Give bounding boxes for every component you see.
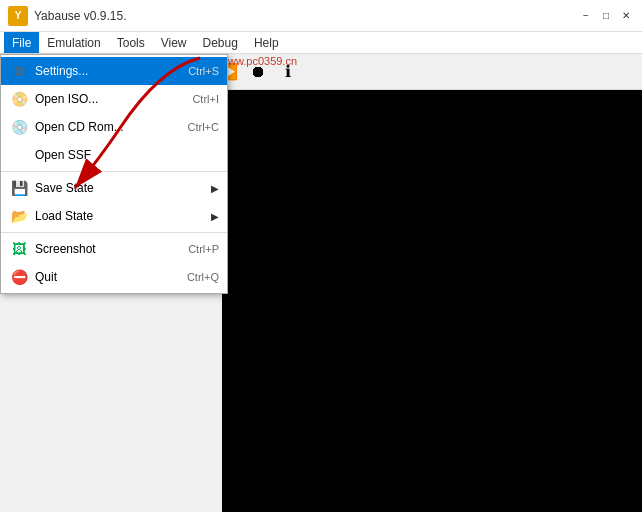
toolbar-info[interactable]: ℹ [274, 58, 302, 86]
open-cd-icon: 💿 [9, 117, 29, 137]
separator-2 [1, 232, 227, 233]
title-bar: Y Yabause v0.9.15. − □ ✕ [0, 0, 642, 32]
menu-tools[interactable]: Tools [109, 32, 153, 53]
menu-debug[interactable]: Debug [195, 32, 246, 53]
app-icon: Y [8, 6, 28, 26]
menu-item-open-cd[interactable]: 💿 Open CD Rom... Ctrl+C [1, 113, 227, 141]
screenshot-label: Screenshot [35, 242, 180, 256]
quit-icon: ⛔ [9, 267, 29, 287]
screenshot-shortcut: Ctrl+P [188, 243, 219, 255]
settings-label: Settings... [35, 64, 180, 78]
save-state-label: Save State [35, 181, 211, 195]
menu-item-load-state[interactable]: 📂 Load State ▶ [1, 202, 227, 230]
menu-item-open-ssf[interactable]: Open SSF [1, 141, 227, 169]
menu-item-settings[interactable]: ⚙ Settings... Ctrl+S [1, 57, 227, 85]
title-bar-left: Y Yabause v0.9.15. [8, 6, 127, 26]
menu-emulation[interactable]: Emulation [39, 32, 108, 53]
file-dropdown-menu: ⚙ Settings... Ctrl+S 📀 Open ISO... Ctrl+… [0, 54, 228, 294]
menu-item-quit[interactable]: ⛔ Quit Ctrl+Q [1, 263, 227, 291]
menu-help[interactable]: Help [246, 32, 287, 53]
open-iso-label: Open ISO... [35, 92, 184, 106]
load-state-arrow: ▶ [211, 211, 219, 222]
menu-view[interactable]: View [153, 32, 195, 53]
settings-shortcut: Ctrl+S [188, 65, 219, 77]
open-iso-shortcut: Ctrl+I [192, 93, 219, 105]
close-button[interactable]: ✕ [618, 8, 634, 24]
open-ssf-icon [9, 145, 29, 165]
settings-icon: ⚙ [9, 61, 29, 81]
save-state-icon: 💾 [9, 178, 29, 198]
maximize-button[interactable]: □ [598, 8, 614, 24]
quit-shortcut: Ctrl+Q [187, 271, 219, 283]
load-state-icon: 📂 [9, 206, 29, 226]
menu-item-screenshot[interactable]: 🖼 Screenshot Ctrl+P [1, 235, 227, 263]
open-cd-label: Open CD Rom... [35, 120, 180, 134]
minimize-button[interactable]: − [578, 8, 594, 24]
menu-item-open-iso[interactable]: 📀 Open ISO... Ctrl+I [1, 85, 227, 113]
menu-bar: File Emulation Tools View Debug Help [0, 32, 642, 54]
main-content-area [222, 90, 642, 512]
window-title: Yabause v0.9.15. [34, 9, 127, 23]
save-state-arrow: ▶ [211, 183, 219, 194]
screenshot-icon: 🖼 [9, 239, 29, 259]
open-ssf-label: Open SSF [35, 148, 219, 162]
open-cd-shortcut: Ctrl+C [188, 121, 219, 133]
menu-file[interactable]: File [4, 32, 39, 53]
title-bar-controls: − □ ✕ [578, 8, 634, 24]
menu-item-save-state[interactable]: 💾 Save State ▶ [1, 174, 227, 202]
toolbar-stop[interactable]: ⏺ [244, 58, 272, 86]
load-state-label: Load State [35, 209, 211, 223]
separator-1 [1, 171, 227, 172]
open-iso-icon: 📀 [9, 89, 29, 109]
quit-label: Quit [35, 270, 179, 284]
